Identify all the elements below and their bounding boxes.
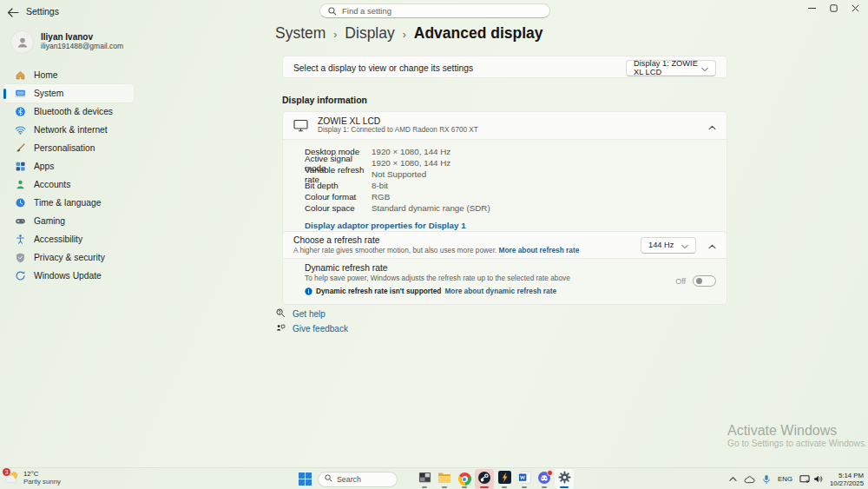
window-controls bbox=[801, 0, 866, 17]
clock-time: 5:14 PM bbox=[830, 472, 864, 479]
sidebar-item-network-internet[interactable]: Network & internet bbox=[3, 121, 134, 139]
chevron-down-icon bbox=[681, 237, 688, 253]
sidebar-item-label: Personalisation bbox=[34, 143, 95, 153]
taskbar-chrome[interactable] bbox=[455, 469, 474, 489]
search-input[interactable]: Find a setting bbox=[319, 3, 550, 18]
sidebar-item-label: Bluetooth & devices bbox=[34, 107, 113, 116]
display-select-dropdown[interactable]: Display 1: ZOWIE XL LCD bbox=[626, 60, 716, 76]
onedrive-cloud-icon[interactable] bbox=[744, 475, 755, 484]
clock-icon bbox=[15, 197, 26, 208]
sidebar-item-label: System bbox=[34, 89, 63, 98]
sidebar-item-label: Network & internet bbox=[34, 125, 108, 135]
sidebar-item-system[interactable]: System bbox=[3, 84, 134, 102]
sidebar-item-personalisation[interactable]: Personalisation bbox=[3, 139, 134, 157]
weather-temp: 12°C bbox=[23, 470, 61, 478]
dynamic-refresh-description: To help save power, Windows adjusts the … bbox=[305, 274, 570, 282]
steam-icon bbox=[477, 471, 491, 488]
running-indicator bbox=[442, 486, 447, 488]
brush-icon bbox=[15, 142, 26, 154]
get-help-link[interactable]: Get help bbox=[276, 306, 326, 321]
taskbar-app-window[interactable] bbox=[415, 469, 434, 489]
help-icon bbox=[276, 306, 286, 321]
shield-icon bbox=[15, 252, 26, 263]
display-tray-icon bbox=[799, 472, 810, 487]
taskbar-game-app[interactable] bbox=[495, 469, 514, 489]
bluetooth-icon bbox=[15, 106, 26, 117]
sidebar-item-apps[interactable]: Apps bbox=[3, 157, 134, 175]
maximize-icon[interactable] bbox=[823, 0, 845, 17]
refresh-rate-dropdown[interactable]: 144 Hz bbox=[641, 237, 696, 254]
dynamic-refresh-toggle[interactable] bbox=[693, 275, 716, 287]
more-about-dynamic-refresh-link[interactable]: More about dynamic refresh rate bbox=[444, 287, 556, 295]
chevron-up-icon[interactable] bbox=[708, 237, 716, 253]
taskbar-apps bbox=[415, 469, 574, 489]
sidebar-item-home[interactable]: Home bbox=[3, 66, 134, 84]
avatar[interactable] bbox=[10, 30, 34, 54]
update-icon bbox=[15, 270, 26, 281]
sidebar-item-label: Apps bbox=[34, 162, 54, 171]
taskbar-steam[interactable] bbox=[475, 469, 494, 489]
minimize-icon[interactable] bbox=[801, 0, 823, 17]
info-icon bbox=[305, 283, 312, 299]
discord-notification-badge bbox=[547, 470, 553, 476]
back-button[interactable] bbox=[7, 6, 19, 17]
display-information-card: ZOWIE XL LCD Display 1: Connected to AMD… bbox=[282, 111, 727, 239]
toggle-state-label: Off bbox=[675, 277, 686, 286]
running-indicator bbox=[422, 486, 427, 488]
file-explorer-icon bbox=[437, 472, 451, 487]
taskbar-search-placeholder: Search bbox=[337, 475, 361, 484]
taskbar-search[interactable]: Search bbox=[318, 472, 398, 487]
display-name: ZOWIE XL LCD bbox=[318, 116, 708, 126]
microphone-icon[interactable] bbox=[762, 474, 771, 485]
user-name: Iliyan Ivanov bbox=[41, 32, 93, 42]
display-info-header[interactable]: ZOWIE XL LCD Display 1: Connected to AMD… bbox=[283, 112, 727, 139]
sidebar: Home System Bluetooth & devices Network … bbox=[3, 66, 134, 285]
close-icon[interactable] bbox=[845, 0, 866, 17]
weather-condition: Partly sunny bbox=[23, 478, 61, 486]
taskbar-discord[interactable] bbox=[535, 469, 554, 489]
weather-widget[interactable]: 3 12°C Partly sunny bbox=[4, 470, 61, 486]
taskbar-settings[interactable] bbox=[555, 469, 574, 489]
sidebar-item-time-language[interactable]: Time & language bbox=[3, 194, 134, 212]
search-icon bbox=[325, 474, 332, 484]
page-title: Advanced display bbox=[414, 24, 543, 43]
taskbar-file-explorer[interactable] bbox=[435, 469, 454, 489]
start-button[interactable] bbox=[298, 472, 312, 486]
taskbar-clock[interactable]: 5:14 PM 10/27/2025 bbox=[830, 472, 864, 487]
sidebar-item-bluetooth-devices[interactable]: Bluetooth & devices bbox=[3, 102, 134, 121]
info-row: Colour formatRGB bbox=[305, 191, 716, 202]
running-indicator bbox=[560, 486, 569, 488]
chrome-icon bbox=[458, 472, 471, 486]
app-title: Settings bbox=[26, 6, 59, 17]
display-select-value: Display 1: ZOWIE XL LCD bbox=[634, 59, 701, 76]
running-indicator bbox=[502, 486, 507, 488]
sidebar-item-label: Accessibility bbox=[34, 235, 82, 244]
sidebar-item-privacy-security[interactable]: Privacy & security bbox=[3, 248, 134, 267]
language-indicator[interactable]: ENG bbox=[778, 475, 792, 483]
search-icon bbox=[328, 3, 337, 19]
display-adapter-properties-link[interactable]: Display adaptor properties for Display 1 bbox=[305, 221, 466, 230]
running-indicator bbox=[462, 486, 467, 488]
breadcrumb-separator: › bbox=[333, 27, 337, 41]
network-volume-tray[interactable] bbox=[799, 472, 823, 487]
activate-windows-watermark-subtext: Go to Settings to activate Windows. bbox=[727, 439, 867, 448]
give-feedback-link[interactable]: Give feedback bbox=[276, 320, 348, 336]
sidebar-item-gaming[interactable]: Gaming bbox=[3, 212, 134, 230]
refresh-rate-card: Choose a refresh rate A higher rate give… bbox=[282, 231, 727, 305]
gamepad-icon bbox=[15, 215, 26, 227]
dynamic-refresh-info: Dynamic refresh rate isn't supported bbox=[316, 287, 441, 295]
hidden-icons-chevron[interactable] bbox=[729, 476, 737, 482]
breadcrumb-separator: › bbox=[403, 27, 406, 41]
breadcrumb-display[interactable]: Display bbox=[345, 24, 394, 43]
sidebar-item-windows-update[interactable]: Windows Update bbox=[3, 267, 134, 285]
sidebar-item-accessibility[interactable]: Accessibility bbox=[3, 230, 134, 248]
toggle-knob bbox=[696, 278, 702, 284]
breadcrumb-system[interactable]: System bbox=[275, 24, 326, 43]
taskbar: 3 12°C Partly sunny Search bbox=[0, 467, 868, 489]
more-about-refresh-rate-link[interactable]: More about refresh rate bbox=[499, 246, 580, 254]
taskbar-word[interactable] bbox=[515, 469, 534, 489]
dynamic-refresh-title: Dynamic refresh rate bbox=[305, 263, 570, 274]
sidebar-item-accounts[interactable]: Accounts bbox=[3, 175, 134, 194]
chevron-down-icon bbox=[701, 60, 708, 76]
chevron-up-icon[interactable] bbox=[708, 118, 716, 134]
